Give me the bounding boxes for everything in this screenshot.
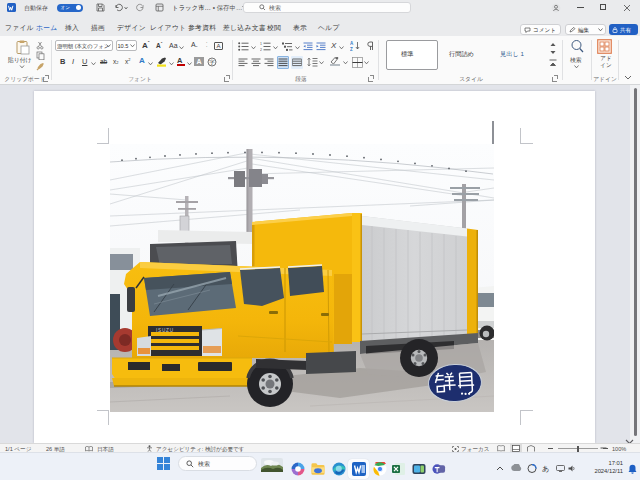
svg-text:1: 1 xyxy=(260,42,262,46)
svg-text:Z: Z xyxy=(350,47,353,51)
svg-text:ISUZU: ISUZU xyxy=(156,328,174,333)
svg-text:2: 2 xyxy=(260,48,262,51)
svg-text:字: 字 xyxy=(209,59,215,65)
